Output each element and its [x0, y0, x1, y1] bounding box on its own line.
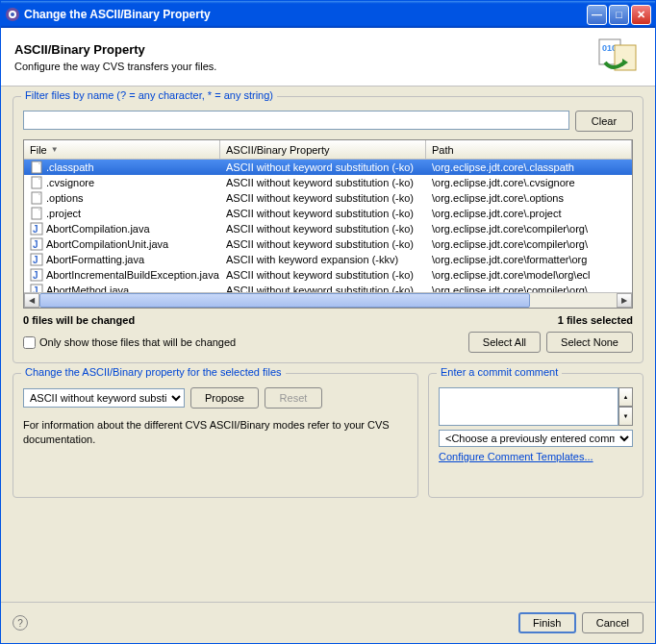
table-row[interactable]: .classpathASCII without keyword substitu… — [24, 160, 632, 175]
file-icon: J — [30, 284, 43, 292]
reset-button[interactable]: Reset — [265, 387, 322, 409]
file-path: \org.eclipse.jdt.core\formatter\org — [426, 254, 632, 265]
file-icon: J — [30, 222, 43, 235]
table-row[interactable]: .projectASCII without keyword substituti… — [24, 206, 632, 221]
file-property: ASCII without keyword substitution (-ko) — [220, 177, 426, 188]
file-path: \org.eclipse.jdt.core\compiler\org\ — [426, 285, 632, 292]
only-changed-checkbox[interactable] — [23, 336, 36, 349]
column-property[interactable]: ASCII/Binary Property — [220, 140, 426, 159]
table-row[interactable]: .cvsignoreASCII without keyword substitu… — [24, 175, 632, 190]
help-icon[interactable]: ? — [13, 615, 28, 631]
file-path: \org.eclipse.jdt.core\.classpath — [426, 161, 632, 173]
file-icon — [30, 191, 43, 205]
only-changed-label: Only show those files that will be chang… — [39, 336, 236, 348]
dialog-subtitle: Configure the way CVS transfers your fil… — [14, 61, 595, 72]
table-row[interactable]: JAbortMethod.javaASCII without keyword s… — [24, 283, 632, 292]
comment-group: Enter a commit comment ▲ ▼ <Choose a pre… — [428, 373, 643, 498]
file-property: ASCII without keyword substitution (-ko) — [220, 269, 426, 281]
cancel-button[interactable]: Cancel — [582, 612, 643, 633]
file-icon: J — [30, 268, 43, 282]
file-icon: J — [30, 253, 43, 266]
file-property: ASCII without keyword substitution (-ko) — [220, 161, 426, 173]
app-icon — [5, 7, 20, 22]
files-selected-status: 1 files selected — [558, 314, 633, 326]
column-file[interactable]: File▼ — [24, 140, 220, 159]
filter-input[interactable] — [23, 111, 569, 130]
previous-comment-select[interactable]: <Choose a previously entered comment> — [439, 430, 633, 447]
sort-asc-icon: ▼ — [51, 145, 59, 154]
svg-text:J: J — [33, 270, 38, 281]
select-none-button[interactable]: Select None — [546, 332, 633, 353]
file-property: ASCII with keyword expansion (-kkv) — [220, 254, 426, 265]
mode-select[interactable]: ASCII without keyword substitution — [23, 388, 185, 408]
file-name: .cvsignore — [46, 177, 94, 188]
file-path: \org.eclipse.jdt.core\.project — [426, 208, 632, 219]
configure-templates-link[interactable]: Configure Comment Templates... — [439, 451, 593, 462]
files-changed-status: 0 files will be changed — [23, 314, 135, 326]
file-name: AbortFormatting.java — [46, 254, 144, 265]
select-all-button[interactable]: Select All — [468, 332, 541, 353]
file-name: AbortMethod.java — [46, 285, 129, 292]
file-name: AbortCompilationUnit.java — [46, 238, 168, 250]
table-row[interactable]: JAbortIncrementalBuildException.javaASCI… — [24, 267, 632, 283]
column-path[interactable]: Path — [426, 140, 632, 159]
svg-text:J: J — [33, 285, 38, 292]
table-row[interactable]: .optionsASCII without keyword substituti… — [24, 190, 632, 206]
svg-text:J: J — [33, 255, 38, 265]
file-name: .options — [46, 192, 84, 204]
scroll-left-icon[interactable]: ◀ — [24, 293, 39, 308]
file-property: ASCII without keyword substitution (-ko) — [220, 192, 426, 204]
maximize-button[interactable]: □ — [609, 5, 629, 25]
table-row[interactable]: JAbortCompilation.javaASCII without keyw… — [24, 221, 632, 236]
comment-textarea[interactable] — [439, 387, 618, 426]
minimize-button[interactable]: — — [587, 5, 607, 25]
table-row[interactable]: JAbortCompilationUnit.javaASCII without … — [24, 236, 632, 252]
info-text: For information about the different CVS … — [23, 418, 408, 448]
file-path: \org.eclipse.jdt.core\compiler\org\ — [426, 223, 632, 235]
dialog-title: ASCII/Binary Property — [14, 42, 595, 57]
file-path: \org.eclipse.jdt.core\.cvsignore — [426, 177, 632, 188]
titlebar: Change the ASCII/Binary Property — □ ✕ — [1, 1, 655, 28]
close-button[interactable]: ✕ — [631, 5, 651, 25]
horizontal-scrollbar[interactable]: ◀ ▶ — [24, 292, 632, 308]
file-icon — [30, 176, 43, 189]
dialog-header: ASCII/Binary Property Configure the way … — [1, 28, 655, 87]
change-property-group: Change the ASCII/Binary property for the… — [13, 373, 418, 498]
svg-point-2 — [11, 12, 14, 16]
file-property: ASCII without keyword substitution (-ko) — [220, 238, 426, 250]
file-property: ASCII without keyword substitution (-ko) — [220, 223, 426, 235]
propose-button[interactable]: Propose — [190, 387, 259, 409]
file-property: ASCII without keyword substitution (-ko) — [220, 285, 426, 292]
file-table: File▼ ASCII/Binary Property Path .classp… — [23, 139, 633, 309]
file-path: \org.eclipse.jdt.core\compiler\org\ — [426, 238, 632, 250]
file-icon — [30, 207, 43, 220]
clear-button[interactable]: Clear — [575, 111, 633, 132]
file-property: ASCII without keyword substitution (-ko) — [220, 208, 426, 219]
file-name: .project — [46, 208, 81, 219]
file-path: \org.eclipse.jdt.core\model\org\ecl — [426, 269, 632, 281]
comment-label: Enter a commit comment — [437, 366, 562, 378]
scroll-right-icon[interactable]: ▶ — [617, 293, 632, 308]
filter-group: Filter files by name (? = any character,… — [13, 96, 643, 363]
table-row[interactable]: JAbortFormatting.javaASCII with keyword … — [24, 252, 632, 267]
comment-up-icon[interactable]: ▲ — [618, 387, 633, 407]
binary-icon: 010 — [595, 37, 642, 76]
file-icon — [30, 161, 43, 174]
window-title: Change the ASCII/Binary Property — [24, 8, 587, 21]
file-icon: J — [30, 237, 43, 251]
svg-text:J: J — [33, 224, 38, 235]
comment-down-icon[interactable]: ▼ — [618, 407, 633, 426]
filter-label: Filter files by name (? = any character,… — [21, 89, 277, 101]
finish-button[interactable]: Finish — [518, 612, 576, 633]
file-name: AbortIncrementalBuildException.java — [46, 269, 219, 281]
file-name: .classpath — [46, 161, 94, 173]
change-property-label: Change the ASCII/Binary property for the… — [21, 366, 286, 378]
file-path: \org.eclipse.jdt.core\.options — [426, 192, 632, 204]
svg-text:J: J — [33, 239, 38, 250]
file-name: AbortCompilation.java — [46, 223, 150, 235]
